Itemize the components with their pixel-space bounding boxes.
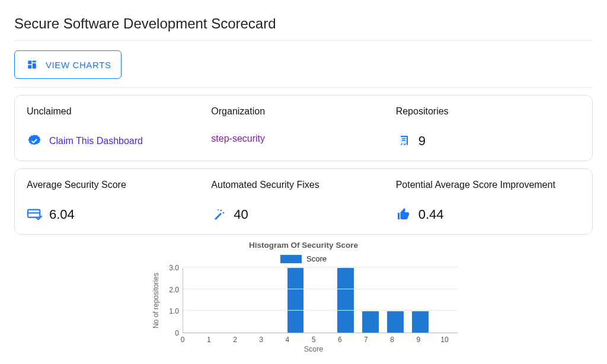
chart-bar-slot [283,268,308,333]
card-repositories: Repositories 9 [396,106,580,149]
magic-wand-icon [211,207,226,222]
chart-y-axis: 01.02.03.0 [162,268,183,333]
summary-card-claim-org-repos: Unclaimed Claim This Dashboard Organizat… [14,95,593,161]
chart-legend: Score [149,254,458,263]
legend-swatch [280,255,302,263]
chart-gridline [183,267,458,267]
chart-bar [337,268,354,333]
chart-plot-area [183,268,458,333]
summary-card-scores: Average Security Score 6.04 Automated Se… [14,168,593,235]
card-label-unclaimed: Unclaimed [27,106,211,117]
chart-y-tick: 2.0 [169,286,179,294]
chart-x-tick: 4 [274,333,301,344]
chart-bar [412,311,429,333]
chart-x-tick: 0 [170,333,196,344]
card-avg-score: Average Security Score 6.04 [27,180,211,222]
chart-x-tick: 9 [405,333,432,344]
svg-point-10 [218,209,219,210]
card-auto-fixes: Automated Security Fixes 40 [211,180,395,222]
page-title: Secure Software Development Scorecard [14,15,593,32]
divider [14,87,593,88]
svg-rect-1 [33,60,36,62]
avg-score-value: 6.04 [49,207,75,222]
card-label-organization: Organization [211,106,395,117]
chart-x-tick: 8 [379,333,405,344]
chart-x-tick: 2 [222,333,248,344]
verified-badge-icon [27,133,42,149]
chart-bar-slot [258,268,283,333]
card-potential-improvement: Potential Average Score Improvement 0.44 [396,180,580,222]
svg-rect-0 [28,60,31,64]
chart-bar-slot [308,268,333,333]
card-unclaimed: Unclaimed Claim This Dashboard [27,106,211,149]
svg-rect-3 [28,65,31,69]
potential-improvement-value: 0.44 [418,207,444,222]
chart-x-tick: 10 [432,333,458,344]
auto-fixes-value: 40 [234,207,248,222]
chart-bar [362,311,379,333]
chart-x-axis: 012345678910 [170,333,458,344]
legend-label: Score [306,254,327,263]
histogram-chart: Histogram Of Security Score Score No of … [149,241,458,353]
chart-x-tick: 5 [301,333,327,344]
chart-y-tick: 3.0 [169,264,179,272]
chart-x-axis-label: Score [170,345,458,353]
chart-x-tick: 3 [248,333,274,344]
chart-bar-slot [208,268,233,333]
card-label-potential-improvement: Potential Average Score Improvement [396,180,580,190]
card-label-avg-score: Average Security Score [27,180,211,190]
chart-gridline [183,289,458,289]
chart-bar-slot [183,268,208,333]
card-check-icon [27,207,42,222]
svg-rect-5 [402,140,405,141]
chart-bar-slot [383,268,408,333]
svg-rect-2 [33,63,36,69]
chart-bar-slot [233,268,258,333]
toolbar: VIEW CHARTS [14,41,593,87]
chart-gridline [183,310,458,311]
dashboard-icon [24,57,40,72]
organization-link[interactable]: step-security [211,133,265,144]
view-charts-label: VIEW CHARTS [46,60,111,70]
chart-title: Histogram Of Security Score [149,241,458,250]
chart-x-tick: 7 [353,333,379,344]
chart-bar-slot [408,268,433,333]
spacer [149,344,170,353]
repositories-value: 9 [418,133,426,149]
claim-dashboard-link[interactable]: Claim This Dashboard [49,136,143,146]
chart-y-tick: 0 [175,329,179,337]
chart-bar [287,268,304,333]
chart-bar-slot [333,268,358,333]
chart-x-tick: 6 [327,333,353,344]
chart-bar-slot [433,268,458,333]
svg-point-8 [221,210,222,212]
card-label-repositories: Repositories [396,106,580,117]
chart-bar-slot [358,268,383,333]
chart-x-tick: 1 [196,333,222,344]
card-label-auto-fixes: Automated Security Fixes [211,180,395,190]
svg-point-9 [223,212,225,214]
svg-rect-4 [402,138,405,139]
repository-icon [396,133,411,149]
card-organization: Organization step-security [211,106,395,149]
thumbs-up-icon [396,207,411,222]
chart-y-axis-label: No of repositories [149,273,162,328]
chart-y-tick: 1.0 [169,307,179,315]
chart-bar [387,311,404,333]
view-charts-button[interactable]: VIEW CHARTS [14,50,122,79]
